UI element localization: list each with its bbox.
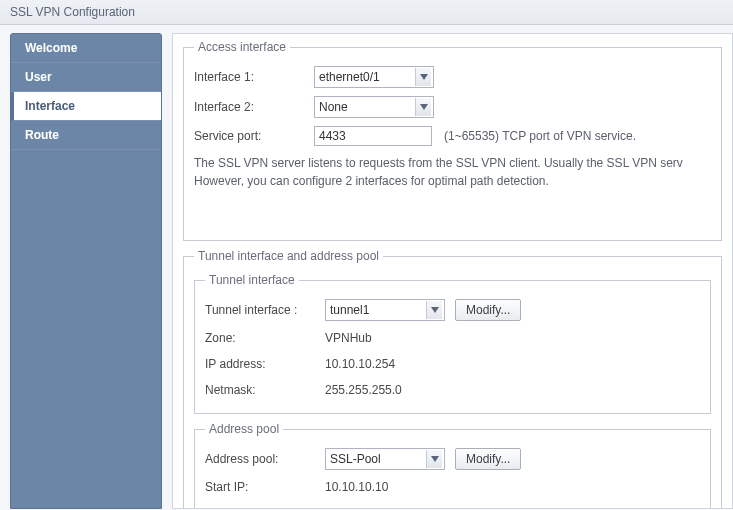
tunnel-zone-label: Zone: (205, 331, 325, 345)
address-pool-value: SSL-Pool (330, 452, 381, 466)
tunnel-interface-value: tunnel1 (330, 303, 369, 317)
sidebar-item-interface[interactable]: Interface (11, 92, 161, 121)
tunnel-ip-label: IP address: (205, 357, 325, 371)
interface2-label: Interface 2: (194, 100, 314, 114)
pool-end-label: End IP: (205, 506, 325, 509)
tunnel-interface-select[interactable]: tunnel1 (325, 299, 445, 321)
interface1-select[interactable]: ethernet0/1 (314, 66, 434, 88)
address-pool-legend: Address pool (205, 422, 283, 436)
access-interface-legend: Access interface (194, 40, 290, 54)
access-interface-description: The SSL VPN server listens to requests f… (194, 154, 711, 190)
sidebar: Welcome User Interface Route (10, 33, 162, 509)
interface2-row: Interface 2: None (194, 92, 711, 122)
tunnel-section-legend: Tunnel interface and address pool (194, 249, 383, 263)
sidebar-item-welcome[interactable]: Welcome (11, 34, 161, 63)
tunnel-section-group: Tunnel interface and address pool Tunnel… (183, 249, 722, 509)
window-title: SSL VPN Configuration (0, 0, 733, 25)
interface1-label: Interface 1: (194, 70, 314, 84)
pool-start-row: Start IP: 10.10.10.10 (205, 474, 700, 500)
sidebar-item-route[interactable]: Route (11, 121, 161, 150)
chevron-down-icon (415, 98, 431, 116)
address-pool-label: Address pool: (205, 452, 325, 466)
tunnel-zone-value: VPNHub (325, 331, 372, 345)
address-pool-row: Address pool: SSL-Pool Modify... (205, 444, 700, 474)
tunnel-interface-row: Tunnel interface : tunnel1 Modify... (205, 295, 700, 325)
address-pool-select[interactable]: SSL-Pool (325, 448, 445, 470)
pool-end-value: 10.10.10.200 (325, 506, 395, 509)
tunnel-mask-value: 255.255.255.0 (325, 383, 402, 397)
tunnel-ip-value: 10.10.10.254 (325, 357, 395, 371)
chevron-down-icon (415, 68, 431, 86)
main-area: Welcome User Interface Route Access inte… (0, 25, 733, 509)
interface1-value: ethernet0/1 (319, 70, 380, 84)
tunnel-zone-row: Zone: VPNHub (205, 325, 700, 351)
interface1-row: Interface 1: ethernet0/1 (194, 62, 711, 92)
tunnel-ip-row: IP address: 10.10.10.254 (205, 351, 700, 377)
tunnel-interface-group: Tunnel interface Tunnel interface : tunn… (194, 273, 711, 414)
interface2-select[interactable]: None (314, 96, 434, 118)
service-port-hint: (1~65535) TCP port of VPN service. (444, 129, 636, 143)
pool-start-label: Start IP: (205, 480, 325, 494)
access-interface-group: Access interface Interface 1: ethernet0/… (183, 40, 722, 241)
pool-start-value: 10.10.10.10 (325, 480, 388, 494)
tunnel-interface-label: Tunnel interface : (205, 303, 325, 317)
service-port-label: Service port: (194, 129, 314, 143)
tunnel-mask-row: Netmask: 255.255.255.0 (205, 377, 700, 403)
service-port-row: Service port: (1~65535) TCP port of VPN … (194, 122, 711, 150)
pool-modify-button[interactable]: Modify... (455, 448, 521, 470)
sidebar-item-user[interactable]: User (11, 63, 161, 92)
pool-end-row: End IP: 10.10.10.200 (205, 500, 700, 509)
content-pane: Access interface Interface 1: ethernet0/… (162, 33, 733, 509)
service-port-input[interactable] (314, 126, 432, 146)
chevron-down-icon (426, 301, 442, 319)
chevron-down-icon (426, 450, 442, 468)
tunnel-mask-label: Netmask: (205, 383, 325, 397)
address-pool-group: Address pool Address pool: SSL-Pool Modi… (194, 422, 711, 509)
content-scroll[interactable]: Access interface Interface 1: ethernet0/… (172, 33, 733, 509)
tunnel-modify-button[interactable]: Modify... (455, 299, 521, 321)
tunnel-interface-legend: Tunnel interface (205, 273, 299, 287)
interface2-value: None (319, 100, 348, 114)
